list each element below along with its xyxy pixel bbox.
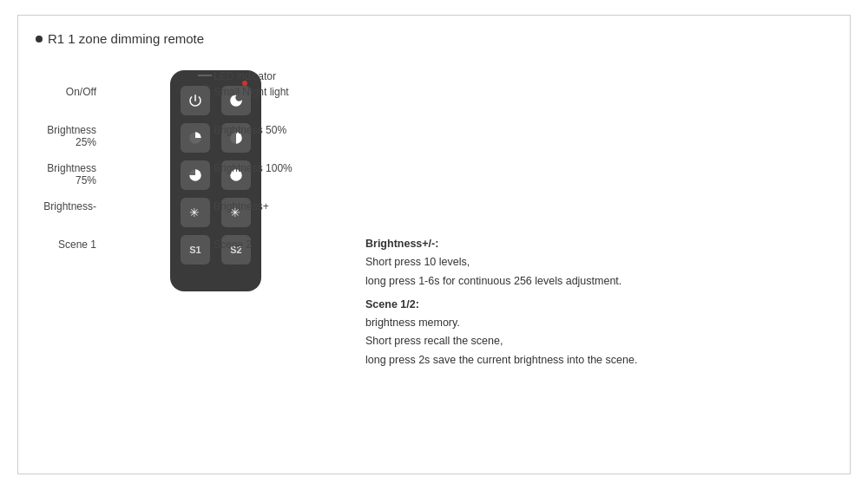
main-container: R1 1 zone dimming remote [17, 15, 851, 474]
ann-scene1: Scene 1 [36, 238, 96, 251]
ann-nightlight: Small Night light [214, 86, 289, 98]
ann-b25: Brightness 25% [36, 124, 96, 148]
brightness-75-icon [187, 167, 203, 183]
info-section: Brightness+/-: Short press 10 levels, lo… [365, 235, 637, 369]
button-scene1[interactable]: S1 [181, 235, 210, 265]
svg-text:✳: ✳ [189, 206, 200, 219]
button-onoff[interactable] [181, 86, 210, 115]
led-annotation: LED indicator [214, 70, 276, 82]
brightness-desc2: long press 1-6s for continuous 256 level… [365, 272, 637, 291]
brightness-title: Brightness+/-: [365, 235, 637, 253]
brightness-desc1: Short press 10 levels, [365, 253, 637, 271]
power-icon [187, 93, 203, 108]
ann-bplus: Brightness+ [214, 200, 269, 212]
led-line [198, 75, 212, 76]
ann-onoff: On/Off [36, 86, 96, 98]
ann-bminus: Brightness- [36, 200, 96, 212]
remote-control: ✳ ✳ S1 [170, 70, 261, 291]
ann-b100: Brightness 100% [214, 162, 293, 174]
page-title: R1 1 zone dimming remote [36, 31, 832, 46]
brightness-25-icon [187, 130, 203, 146]
scene-desc3: long press 2s save the current brightnes… [365, 351, 637, 369]
button-brightness-75[interactable] [181, 160, 210, 190]
bullet-icon [36, 36, 43, 42]
button-brightness-minus[interactable]: ✳ [181, 198, 210, 227]
remote-wrapper: ✳ ✳ S1 [36, 62, 331, 400]
scene-title: Scene 1/2: [365, 296, 637, 314]
ann-b75: Brightness 75% [36, 162, 96, 186]
scene-desc2: Short press recall the scene, [365, 332, 637, 350]
ann-scene2: Scene 2 [214, 238, 252, 251]
button-brightness-25[interactable] [181, 123, 210, 153]
brightness-minus-icon: ✳ [187, 205, 203, 220]
ann-b50: Brightness 50% [214, 124, 286, 136]
scene1-label: S1 [189, 245, 201, 255]
scene-desc1: brightness memory. [365, 314, 637, 332]
content-area: ✳ ✳ S1 [36, 62, 832, 400]
